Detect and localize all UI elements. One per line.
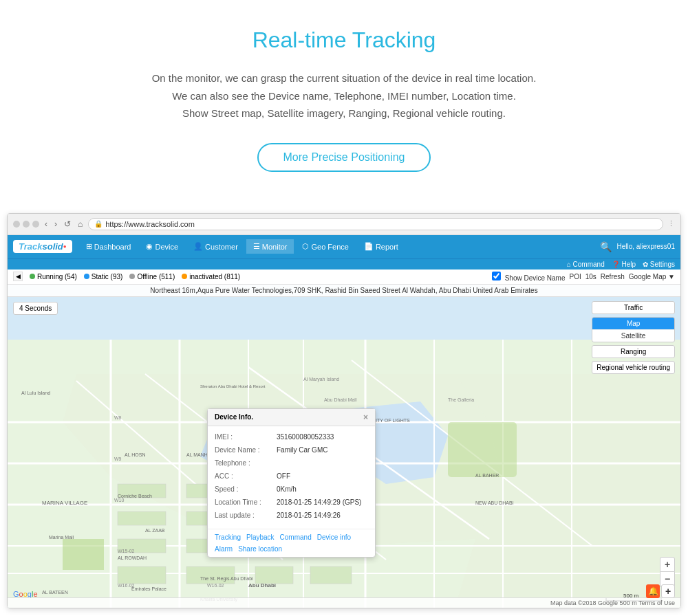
forward-button[interactable]: ›: [53, 219, 58, 229]
window-controls: [13, 221, 39, 228]
interval-selector[interactable]: 10s: [585, 273, 596, 280]
popup-header: Device Info. ×: [208, 409, 375, 426]
top-section: Real-time Tracking On the monitor, we ca…: [0, 0, 688, 213]
show-device-name-label: Show Device Name: [505, 274, 566, 282]
svg-text:Abu Dhabi: Abu Dhabi: [248, 582, 276, 588]
svg-text:Al Lulu Island: Al Lulu Island: [21, 390, 50, 395]
nav-device-label: Device: [155, 243, 178, 251]
popup-close-button[interactable]: ×: [363, 412, 368, 422]
map-bottom-right: Map data ©2018 Google 500 m Terms of Use: [550, 600, 675, 606]
svg-rect-33: [118, 566, 166, 584]
command-link[interactable]: Command: [280, 534, 312, 541]
browser-chrome: ‹ › ↺ ⌂ 🔒 https://www.tracksolid.com ⋮: [8, 214, 680, 235]
nav-customer[interactable]: 👤 Customer: [186, 239, 245, 254]
monitor-icon: ☰: [253, 242, 260, 251]
svg-text:W8: W8: [114, 415, 122, 420]
map-type-buttons: Map Satellite: [592, 317, 675, 342]
svg-text:The Galleria: The Galleria: [448, 397, 474, 402]
static-dot: [84, 274, 89, 279]
lock-icon: 🔒: [94, 220, 103, 228]
svg-text:Emirates Palace: Emirates Palace: [131, 586, 166, 591]
svg-text:AL BAHER: AL BAHER: [475, 473, 499, 478]
svg-text:MARINA VILLAGE: MARINA VILLAGE: [42, 500, 87, 506]
status-static: Static (93): [84, 273, 123, 280]
url-text: https://www.tracksolid.com: [105, 220, 195, 228]
tracking-link[interactable]: Tracking: [215, 534, 241, 541]
refresh-button[interactable]: ↺: [63, 219, 72, 229]
nav-customer-label: Customer: [205, 243, 238, 251]
plus-button[interactable]: +: [661, 584, 675, 598]
svg-text:The St. Regis Abu Dhabi: The St. Regis Abu Dhabi: [200, 576, 253, 582]
popup-actions: Tracking Playback Command Device info: [208, 529, 375, 545]
status-offline: Offline (511): [129, 273, 175, 280]
svg-text:Sheraton Abu Dhabi Hotel & Res: Sheraton Abu Dhabi Hotel & Resort: [200, 384, 266, 388]
traffic-button[interactable]: Traffic: [592, 301, 675, 314]
dashboard-icon: ⊞: [86, 242, 92, 251]
svg-text:CITY OF LIGHTS: CITY OF LIGHTS: [372, 418, 410, 423]
help-link[interactable]: ❓ Help: [612, 261, 636, 268]
svg-text:AL HOSN: AL HOSN: [125, 452, 145, 457]
status-running: Running (54): [30, 273, 77, 280]
back-button[interactable]: ‹: [43, 219, 49, 229]
device-name-label: Device Name :: [215, 445, 277, 455]
running-label: Running (54): [37, 273, 77, 280]
share-location-link[interactable]: Share location: [238, 545, 282, 553]
search-button[interactable]: 🔍: [594, 241, 617, 252]
static-label: Static (93): [92, 273, 123, 280]
url-bar[interactable]: 🔒 https://www.tracksolid.com: [88, 218, 663, 230]
seconds-button[interactable]: 4 Seconds: [13, 302, 58, 315]
map-toolbar: Northeast 16m,Aqua Pure Water Technologi…: [8, 285, 680, 297]
command-link[interactable]: ⌂ Command: [567, 261, 605, 268]
zoom-controls: + −: [660, 557, 675, 587]
svg-text:AL ROWDAH: AL ROWDAH: [118, 556, 147, 560]
map-bottom-bar: Map data ©2018 Google 500 m Terms of Use: [8, 597, 680, 608]
user-greeting: Hello, aliexpress01: [617, 243, 676, 250]
device-name-value: Family Car GMC: [277, 445, 327, 455]
nav-monitor[interactable]: ☰ Monitor: [246, 239, 294, 254]
zoom-in-button[interactable]: +: [660, 557, 675, 572]
map-button[interactable]: Map: [592, 318, 674, 330]
acc-label: ACC :: [215, 471, 277, 481]
left-panel: 4 Seconds: [13, 301, 58, 315]
popup-actions-2: Alarm Share location: [208, 545, 375, 557]
inactive-label: inactivated (811): [189, 273, 240, 280]
app-logo: Tracksolid●: [13, 240, 72, 253]
playback-link[interactable]: Playback: [246, 534, 275, 541]
popup-body: IMEI : 351600080052333 Device Name : Fam…: [208, 426, 375, 529]
speed-label: Speed :: [215, 484, 277, 494]
location-time-label: Location Time :: [215, 497, 277, 507]
refresh-button[interactable]: Refresh: [601, 273, 625, 280]
popup-last-update-row: Last update : 2018-01-25 14:49:26: [215, 510, 368, 520]
alert-icon[interactable]: 🔔: [646, 584, 660, 598]
report-icon: 📄: [364, 242, 374, 251]
cta-button[interactable]: More Precise Positioning: [257, 143, 431, 172]
regional-button[interactable]: Ranging: [592, 345, 675, 358]
nav-report[interactable]: 📄 Report: [357, 239, 405, 254]
map-right-panel: Traffic Map Satellite Ranging Regional v…: [592, 301, 675, 374]
dot-red: [13, 221, 20, 228]
nav-geo-fence[interactable]: ⬡ Geo Fence: [295, 239, 355, 254]
show-device-name-checkbox[interactable]: Show Device Name: [492, 272, 566, 282]
acc-value: OFF: [277, 471, 290, 481]
svg-text:W16-02: W16-02: [118, 583, 135, 588]
offline-dot: [129, 274, 135, 279]
device-info-link[interactable]: Device info: [317, 534, 351, 541]
map-type-selector[interactable]: Google Map ▼: [629, 273, 675, 280]
collapse-button[interactable]: ◀: [13, 272, 23, 281]
imei-value: 351600080052333: [277, 432, 334, 442]
desc-line2: We can also see the Device name, Telepho…: [172, 90, 516, 102]
svg-text:AL BATEEN: AL BATEEN: [42, 590, 68, 595]
nav-device[interactable]: ◉ Device: [139, 239, 185, 254]
satellite-button[interactable]: Satellite: [592, 330, 674, 342]
svg-text:W10: W10: [114, 498, 125, 503]
svg-text:AL ZAAB: AL ZAAB: [145, 528, 165, 533]
regional-vehicle-button[interactable]: Regional vehicle routing: [592, 361, 675, 374]
settings-link[interactable]: ✿ Settings: [643, 261, 675, 268]
home-button[interactable]: ⌂: [76, 219, 84, 229]
map-container[interactable]: MARINA VILLAGE Marina Mall AL HOSN AL MA…: [8, 285, 680, 608]
popup-telephone-row: Telephone :: [215, 458, 368, 468]
alarm-link[interactable]: Alarm: [215, 545, 233, 553]
poi-button[interactable]: POI: [569, 273, 581, 280]
nav-dashboard[interactable]: ⊞ Dashboard: [79, 239, 138, 254]
app-navbar: Tracksolid● ⊞ Dashboard ◉ Device 👤 Custo…: [8, 235, 680, 258]
